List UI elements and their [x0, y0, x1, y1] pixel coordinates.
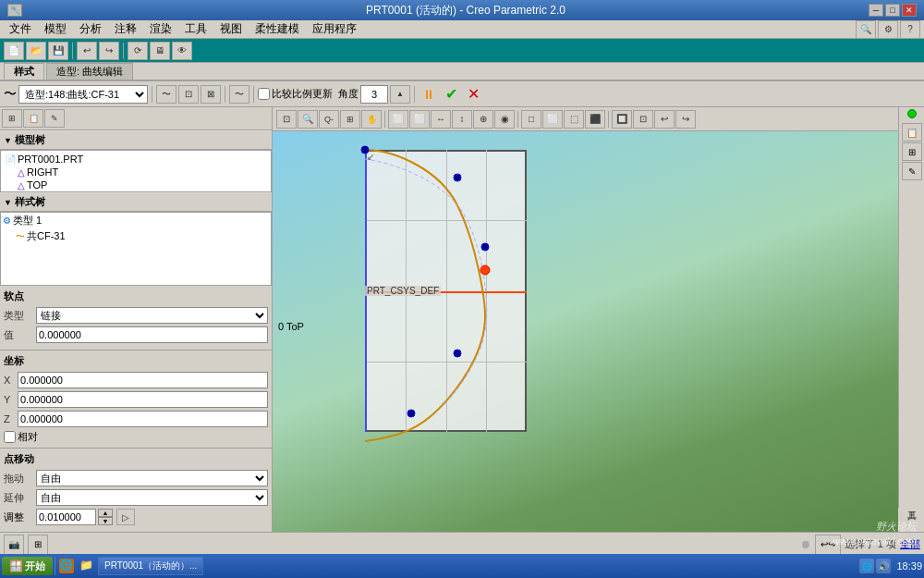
ct-btn7[interactable]: ↔	[431, 110, 451, 129]
z-input[interactable]	[18, 411, 268, 427]
value-input[interactable]	[36, 326, 268, 343]
help-button[interactable]: ?	[900, 20, 920, 39]
ct-btn-zoom-rect[interactable]: ⊞	[340, 110, 360, 129]
y-input[interactable]	[18, 391, 268, 408]
spin-up[interactable]: ▲	[98, 509, 113, 517]
sb-btn2[interactable]: ⊞	[28, 535, 48, 555]
folder-icon[interactable]: 📁	[79, 559, 94, 573]
regen-button[interactable]: ⟳	[128, 42, 148, 60]
maximize-button[interactable]: □	[885, 4, 900, 17]
ct-btn14[interactable]: ⬛	[585, 110, 605, 129]
style-tree-expand-icon: ▼	[4, 198, 12, 207]
angle-spin-up[interactable]: ▲	[390, 85, 410, 104]
proportional-update-checkbox[interactable]: 比较比例更新	[258, 87, 333, 101]
menu-file[interactable]: 文件	[4, 20, 37, 38]
ie-icon[interactable]: 🌐	[59, 559, 74, 573]
save-button[interactable]: 💾	[48, 42, 68, 60]
model-tree-header[interactable]: ▼ 模型树	[0, 130, 272, 150]
ft-btn2[interactable]: ⊡	[178, 85, 199, 104]
confirm-button[interactable]: ✔	[441, 85, 461, 104]
ct-btn10[interactable]: ◉	[494, 110, 515, 129]
lp-icon3[interactable]: ✎	[44, 109, 65, 128]
y-label: Y	[4, 394, 18, 405]
menu-apps[interactable]: 应用程序	[307, 20, 362, 38]
cancel-action-button[interactable]: ✕	[463, 85, 483, 104]
pause-button[interactable]: ⏸	[419, 85, 439, 104]
spin-down[interactable]: ▼	[98, 517, 113, 525]
taskbar-prt0001[interactable]: PRT0001（活动的）...	[98, 557, 203, 575]
ct-btn17[interactable]: ↩	[654, 110, 675, 129]
minimize-button[interactable]: ─	[869, 4, 883, 17]
spin-next-button[interactable]: ▷	[116, 509, 135, 525]
ct-btn13[interactable]: ⬚	[564, 110, 584, 129]
ct-btn8[interactable]: ↕	[452, 110, 472, 129]
ct-btn-refit[interactable]: ⊡	[276, 110, 297, 129]
adjust-input[interactable]	[36, 509, 96, 525]
ct-sep2	[517, 111, 518, 128]
redo-button[interactable]: ↪	[99, 42, 119, 60]
tree-item-prt0001[interactable]: 📄 PRT0001.PRT	[3, 153, 269, 166]
ct-btn12[interactable]: ⬜	[542, 110, 563, 129]
search-button[interactable]: 🔍	[856, 20, 876, 39]
ft-btn3[interactable]: ⊠	[201, 85, 221, 104]
ft-btn4[interactable]: 〜	[229, 85, 249, 104]
separator-ft1	[152, 86, 152, 103]
x-input[interactable]	[18, 372, 268, 388]
menu-analysis[interactable]: 分析	[74, 20, 107, 38]
extend-select[interactable]: 自由	[36, 489, 268, 506]
tab-style[interactable]: 样式	[4, 63, 44, 80]
feature-select[interactable]: 造型:148:曲线:CF-31	[18, 85, 148, 104]
view-button[interactable]: 👁	[172, 42, 192, 60]
new-button[interactable]: 📄	[4, 42, 24, 60]
settings-button[interactable]: ⚙	[878, 20, 898, 39]
ct-btn-zoom-in[interactable]: 🔍	[298, 110, 318, 129]
menu-render[interactable]: 渲染	[144, 20, 177, 38]
proportional-update-input[interactable]	[258, 88, 270, 100]
drag-select[interactable]: 自由	[36, 470, 268, 486]
watermark-line1: 野火论坛	[833, 520, 917, 534]
ct-btn9[interactable]: ⊕	[473, 110, 493, 129]
tab-curve-edit[interactable]: 造型: 曲线编辑	[46, 63, 133, 80]
ct-btn18[interactable]: ↪	[675, 110, 696, 129]
menu-flex[interactable]: 柔性建模	[249, 20, 305, 38]
tree-item-top[interactable]: △ TOP	[3, 178, 269, 191]
open-button[interactable]: 📂	[26, 42, 46, 60]
menu-model[interactable]: 模型	[39, 20, 72, 38]
close-button[interactable]: ✕	[902, 4, 917, 17]
ft-btn1[interactable]: 〜	[156, 85, 176, 104]
style-tree-header[interactable]: ▼ 样式树	[0, 192, 272, 212]
ct-btn6[interactable]: ⬜	[409, 110, 430, 129]
x-row: X	[4, 372, 268, 388]
ct-btn-pan[interactable]: ✋	[361, 110, 382, 129]
ct-btn16[interactable]: ⊡	[633, 110, 653, 129]
sb-btn1[interactable]: 📷	[4, 535, 24, 555]
volume-icon[interactable]: 🔊	[876, 559, 891, 573]
type-select[interactable]: 链接	[36, 307, 268, 324]
tree-item-right[interactable]: △ RIGHT	[3, 166, 269, 178]
ct-btn15[interactable]: 🔲	[612, 110, 632, 129]
menu-tools[interactable]: 工具	[179, 20, 213, 38]
ct-sep3	[608, 111, 609, 128]
undo-button[interactable]: ↩	[77, 42, 97, 60]
lp-icon2[interactable]: 📋	[23, 109, 43, 128]
rt-btn1[interactable]: 📋	[902, 123, 922, 141]
network-icon[interactable]: 🌐	[859, 559, 874, 573]
menu-view[interactable]: 视图	[214, 20, 248, 38]
feature-toolbar: 〜 造型:148:曲线:CF-31 〜 ⊡ ⊠ 〜 比较比例更新 角度 ▲ ⏸ …	[0, 81, 924, 107]
style-tree-item-cf31[interactable]: 〜 共CF-31	[1, 228, 271, 244]
display-button[interactable]: 🖥	[150, 42, 170, 60]
ct-btn11[interactable]: □	[521, 110, 541, 129]
rt-btn2[interactable]: ⊞	[902, 142, 922, 161]
ct-btn5[interactable]: ⬜	[388, 110, 408, 129]
coords-title: 坐标	[4, 354, 268, 368]
relative-checkbox[interactable]	[4, 431, 16, 443]
rt-btn3[interactable]: ✎	[902, 162, 922, 180]
angle-input[interactable]	[360, 85, 388, 104]
ct-btn-zoom-out[interactable]: Q-	[319, 110, 339, 129]
menu-annotation[interactable]: 注释	[109, 20, 142, 38]
relative-checkbox-row[interactable]: 相对	[4, 430, 268, 444]
lp-icon1[interactable]: ⊞	[2, 109, 22, 128]
start-button[interactable]: 🪟 开始	[2, 557, 53, 575]
style-tree-item-type1[interactable]: ⚙ 类型 1	[1, 213, 271, 228]
canvas-area[interactable]: 0 ToP	[273, 131, 898, 532]
